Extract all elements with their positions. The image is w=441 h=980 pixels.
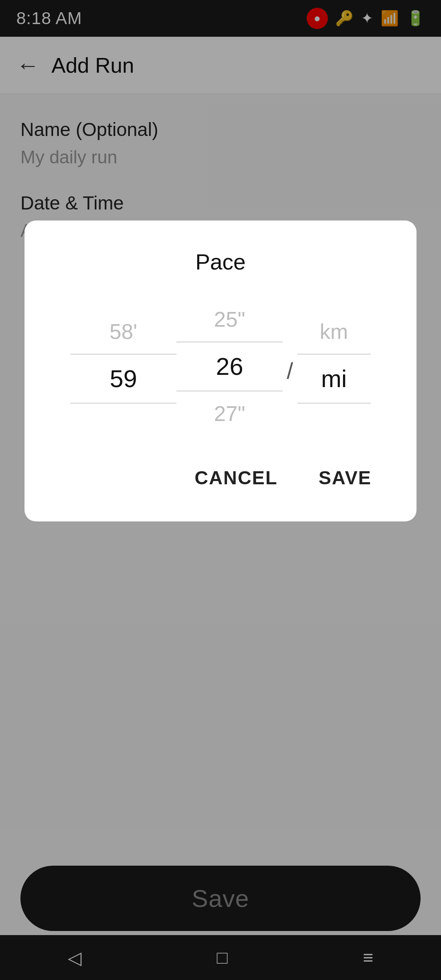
dialog-title: Pace	[49, 249, 392, 274]
unit-below	[297, 405, 371, 422]
save-dialog-button[interactable]: SAVE	[306, 459, 384, 497]
minutes-below	[70, 405, 176, 422]
unit-above: km	[297, 311, 371, 352]
cancel-button[interactable]: CANCEL	[182, 459, 290, 497]
picker-container: 58' 59 25" 26 27" / km mi	[49, 299, 392, 434]
seconds-above: 25"	[176, 299, 283, 340]
pace-separator: /	[283, 357, 297, 384]
minutes-bottom-divider	[70, 403, 176, 404]
dialog-overlay: Pace 58' 59 25" 26 27" /	[0, 0, 441, 980]
dialog-buttons: CANCEL SAVE	[49, 459, 392, 497]
minutes-selected: 59	[70, 356, 176, 401]
seconds-selected: 26	[176, 344, 283, 389]
minutes-column[interactable]: 58' 59	[70, 311, 176, 422]
unit-top-divider	[297, 354, 371, 355]
minutes-top-divider	[70, 354, 176, 355]
pace-dialog: Pace 58' 59 25" 26 27" /	[24, 220, 416, 521]
minutes-above: 58'	[70, 311, 176, 352]
unit-column[interactable]: km mi	[297, 311, 371, 422]
seconds-below: 27"	[176, 393, 283, 434]
seconds-bottom-divider	[176, 390, 283, 392]
seconds-top-divider	[176, 341, 283, 343]
unit-bottom-divider	[297, 403, 371, 404]
seconds-column[interactable]: 25" 26 27"	[176, 299, 283, 434]
unit-selected: mi	[297, 356, 371, 401]
